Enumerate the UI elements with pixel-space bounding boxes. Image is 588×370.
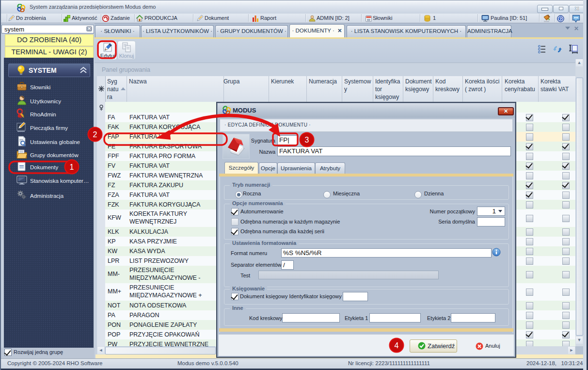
svg-text:4: 4 <box>395 341 399 350</box>
svg-text:2: 2 <box>93 130 97 139</box>
svg-text:1: 1 <box>70 163 74 171</box>
svg-text:3: 3 <box>305 136 309 144</box>
